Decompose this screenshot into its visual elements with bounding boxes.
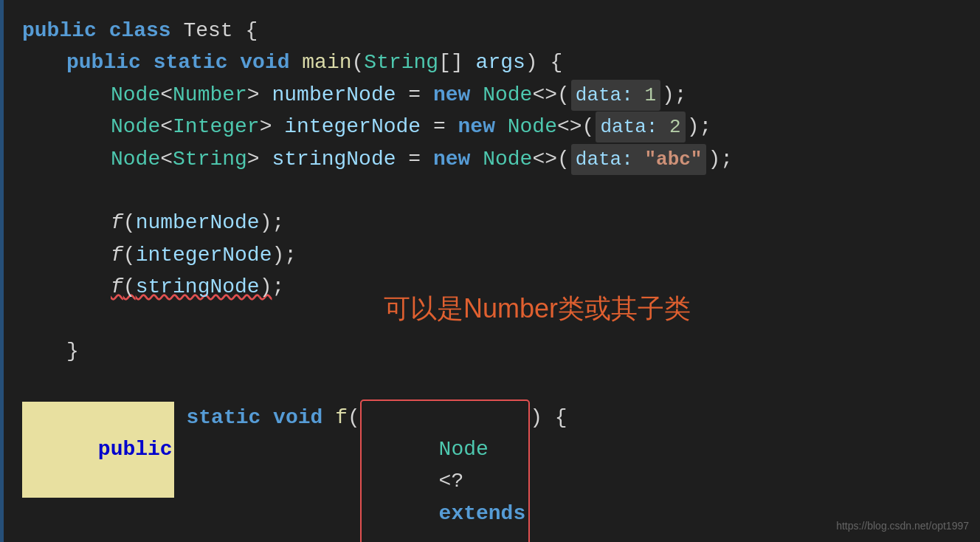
method-main: main bbox=[302, 47, 351, 78]
method-f: f bbox=[335, 402, 348, 433]
keyword-static: static bbox=[153, 47, 228, 78]
keyword-public3: public bbox=[98, 438, 173, 461]
keyword-new2: new bbox=[458, 111, 495, 143]
left-border bbox=[0, 0, 4, 542]
call-f2: f bbox=[111, 239, 123, 271]
var-stringNode: stringNode bbox=[272, 143, 396, 175]
type-node2: Node bbox=[111, 111, 160, 143]
type-node1b: Node bbox=[483, 79, 532, 111]
type-integer: Integer bbox=[173, 111, 260, 143]
keyword-extends: extends bbox=[439, 502, 526, 525]
hint-data2: data: 2 bbox=[596, 112, 685, 143]
type-number1: Number bbox=[173, 79, 247, 111]
code-line-13: public static void f ( Node <? extends N… bbox=[22, 399, 958, 542]
code-line-8: f ( integerNode ); bbox=[22, 239, 958, 271]
keyword-new1: new bbox=[433, 79, 470, 111]
call-f1: f bbox=[111, 207, 123, 239]
highlight-public-static-void-f: public bbox=[22, 402, 174, 498]
keyword-static2: static bbox=[186, 402, 260, 433]
param-args: args bbox=[476, 47, 525, 78]
code-line-5: Node < String > stringNode = new Node <>… bbox=[22, 143, 958, 175]
keyword-new3: new bbox=[433, 143, 470, 175]
code-line-1: public class Test { bbox=[22, 15, 958, 47]
code-viewer: public class Test { public static void m… bbox=[0, 0, 980, 542]
type-string-arr: String bbox=[364, 47, 438, 78]
type-node1: Node bbox=[111, 79, 160, 111]
code-line-blank1 bbox=[22, 175, 958, 207]
keyword-public2: public bbox=[66, 47, 141, 78]
squiggly-close-paren: ) bbox=[260, 271, 272, 303]
hint-data1: data: 1 bbox=[571, 80, 660, 111]
keyword-public: public bbox=[22, 15, 97, 47]
arg-stringNode: stringNode bbox=[136, 271, 260, 303]
hint-data3: data: "abc" bbox=[571, 144, 707, 175]
var-numberNode: numberNode bbox=[272, 79, 396, 111]
keyword-class: class bbox=[109, 15, 171, 47]
code-line-11: } bbox=[22, 335, 958, 367]
type-node3: Node bbox=[111, 143, 160, 175]
squiggly-open-paren: ( bbox=[123, 271, 136, 303]
arg-integerNode: integerNode bbox=[136, 239, 272, 271]
arg-numberNode: numberNode bbox=[136, 207, 260, 239]
type-node3b: Node bbox=[483, 143, 532, 175]
code-line-2: public static void main ( String [] args… bbox=[22, 47, 958, 78]
keyword-void: void bbox=[240, 47, 289, 78]
call-f3: f bbox=[111, 271, 123, 303]
code-line-3: Node < Number > numberNode = new Node <>… bbox=[22, 79, 958, 111]
var-integerNode: integerNode bbox=[284, 111, 421, 143]
code-line-blank3 bbox=[22, 367, 958, 399]
keyword-void2: void bbox=[273, 402, 322, 433]
red-box-signature: Node <? extends Number > node bbox=[360, 399, 530, 542]
type-node2b: Node bbox=[508, 111, 557, 143]
type-node-param: Node bbox=[439, 438, 489, 461]
hint-annotation: 可以是Number类或其子类 bbox=[384, 288, 691, 329]
watermark: https://blog.csdn.net/opt1997 bbox=[836, 518, 969, 535]
code-line-4: Node < Integer > integerNode = new Node … bbox=[22, 111, 958, 143]
code-line-7: f ( numberNode ); bbox=[22, 207, 958, 239]
type-string: String bbox=[173, 143, 247, 175]
